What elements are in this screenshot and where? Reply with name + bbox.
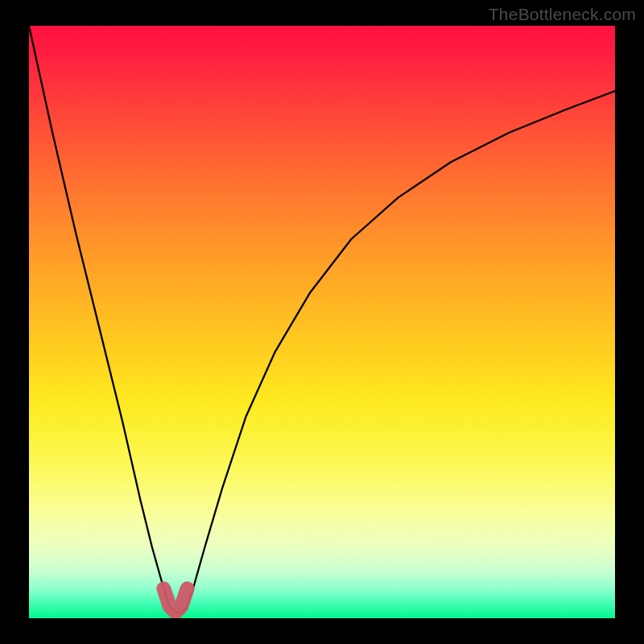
minimum-highlight	[163, 588, 187, 612]
watermark-text: TheBottleneck.com	[489, 5, 636, 24]
main-curve	[29, 26, 615, 613]
outer-black-frame: TheBottleneck.com	[0, 0, 644, 644]
plot-area	[29, 26, 615, 618]
chart-svg	[29, 26, 615, 618]
